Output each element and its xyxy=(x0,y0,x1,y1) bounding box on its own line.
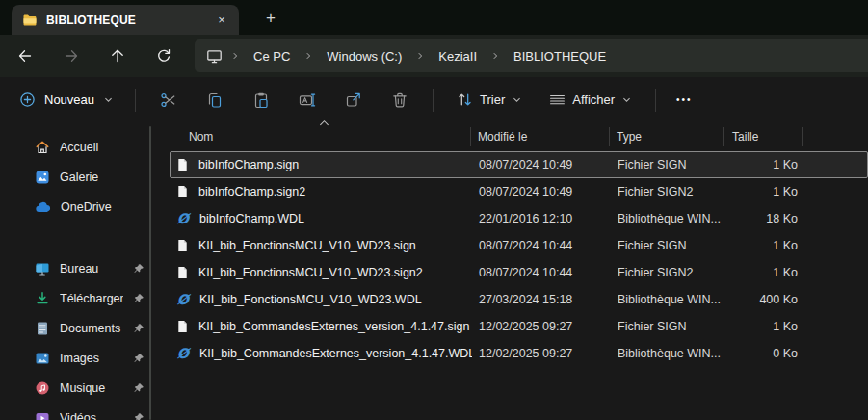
desktop-icon xyxy=(35,261,50,276)
file-row[interactable]: KII_bib_FonctionsMCU_V10_WD23.sign 08/07… xyxy=(170,232,868,259)
file-name: KII_bib_CommandesExternes_version_4.1.47… xyxy=(198,320,469,333)
file-row[interactable]: Ø KII_bib_CommandesExternes_version_4.1.… xyxy=(170,340,868,367)
breadcrumb-keziaii[interactable]: KeziaII xyxy=(433,46,483,66)
titlebar: BIBLIOTHEQUE × + xyxy=(0,0,868,35)
sidebar-item-galerie[interactable]: Galerie xyxy=(8,163,148,192)
breadcrumb-chevron-icon xyxy=(228,51,242,61)
view-lines-icon xyxy=(549,92,566,108)
sidebar-item-musique[interactable]: Musique xyxy=(8,374,148,403)
copy-button[interactable] xyxy=(196,84,234,117)
sidebar-item-images[interactable]: Images xyxy=(8,344,148,373)
trash-icon xyxy=(391,92,408,109)
column-header-type[interactable]: Type xyxy=(610,127,724,146)
download-icon xyxy=(35,291,50,306)
sidebar-item-bureau[interactable]: Bureau xyxy=(8,254,148,283)
sort-button[interactable]: Trier xyxy=(447,84,532,117)
breadcrumb-bibliotheque[interactable]: BIBLIOTHEQUE xyxy=(508,46,612,66)
file-modified: 27/03/2024 15:18 xyxy=(472,293,611,306)
add-tab-button[interactable]: + xyxy=(258,6,283,31)
pin-icon xyxy=(133,323,145,334)
delete-button[interactable] xyxy=(381,84,419,117)
sidebar-item-documents[interactable]: Documents xyxy=(8,314,148,343)
sign-file-icon xyxy=(175,157,190,172)
address-bar[interactable]: Ce PC Windows (C:) KeziaII BIBLIOTHEQUE xyxy=(195,39,868,72)
command-toolbar: Nouveau xyxy=(0,77,868,122)
sidebar-item-accueil[interactable]: Accueil xyxy=(8,133,148,162)
toolbar-divider xyxy=(433,89,434,112)
file-row[interactable]: bibInfoChamp.sign 08/07/2024 10:49 Fichi… xyxy=(170,151,868,178)
wdl-library-icon: Ø xyxy=(175,346,191,361)
sidebar-item-videos[interactable]: Vidéos xyxy=(8,404,148,420)
file-size: 1 Ko xyxy=(725,320,804,333)
file-type: Fichier SIGN xyxy=(611,158,725,171)
forward-button[interactable] xyxy=(54,41,89,70)
sidebar-scrollbar[interactable] xyxy=(149,126,151,420)
home-icon xyxy=(35,140,50,155)
close-tab-icon[interactable]: × xyxy=(210,10,233,31)
more-options-button[interactable]: ••• xyxy=(666,84,702,117)
chevron-down-icon xyxy=(103,94,114,105)
sidebar-label: Images xyxy=(60,352,123,365)
sort-button-label: Trier xyxy=(480,92,505,107)
file-type: Fichier SIGN2 xyxy=(611,185,725,198)
pin-icon xyxy=(133,382,145,394)
video-icon xyxy=(35,410,50,420)
breadcrumb-chevron-icon xyxy=(488,51,502,61)
copy-icon xyxy=(206,92,224,109)
pin-icon xyxy=(133,293,145,304)
up-button[interactable] xyxy=(100,41,135,70)
column-headers: Nom Modifié le Type Taille xyxy=(170,122,868,151)
tab-title: BIBLIOTHEQUE xyxy=(46,13,201,27)
column-header-modifie[interactable]: Modifié le xyxy=(471,127,610,146)
file-name: bibInfoChamp.sign xyxy=(198,158,299,171)
file-type: Fichier SIGN xyxy=(611,320,725,333)
sidebar-label: Bureau xyxy=(60,262,123,276)
file-modified: 08/07/2024 10:49 xyxy=(472,185,611,198)
back-button[interactable] xyxy=(8,41,42,70)
pin-icon xyxy=(133,263,145,275)
sign-file-icon xyxy=(175,184,190,199)
file-name: KII_bib_CommandesExternes_version_4.1.47… xyxy=(199,347,472,360)
forward-arrow-icon xyxy=(64,48,79,64)
chevron-down-icon xyxy=(512,94,522,105)
sort-arrows-icon xyxy=(457,92,473,108)
view-button[interactable]: Afficher xyxy=(539,84,642,117)
file-size: 18 Ko xyxy=(725,212,804,225)
breadcrumb-windows-c[interactable]: Windows (C:) xyxy=(321,46,408,66)
pin-icon xyxy=(133,412,145,420)
clipboard-icon xyxy=(252,92,270,109)
file-type: Bibliothèque WIN... xyxy=(611,347,725,360)
refresh-button[interactable] xyxy=(146,41,181,70)
column-header-taille[interactable]: Taille xyxy=(724,127,803,146)
sign-file-icon xyxy=(175,238,190,253)
file-row[interactable]: KII_bib_CommandesExternes_version_4.1.47… xyxy=(170,313,868,340)
file-row[interactable]: bibInfoChamp.sign2 08/07/2024 10:49 Fich… xyxy=(170,178,868,205)
rename-button[interactable] xyxy=(288,84,327,117)
image-icon xyxy=(35,351,50,366)
share-button[interactable] xyxy=(334,84,373,117)
file-modified: 08/07/2024 10:44 xyxy=(472,239,611,252)
sidebar-item-telechargements[interactable]: Téléchargements xyxy=(8,284,148,313)
sidebar-label: Téléchargements xyxy=(60,292,123,305)
onedrive-cloud-icon xyxy=(35,199,51,216)
explorer-tab[interactable]: BIBLIOTHEQUE × xyxy=(12,5,239,35)
toolbar-divider xyxy=(135,89,136,112)
new-button[interactable]: Nouveau xyxy=(8,84,125,117)
content-area: Accueil Galerie OneDrive xyxy=(0,122,868,420)
file-modified: 08/07/2024 10:49 xyxy=(472,158,611,171)
wdl-library-icon: Ø xyxy=(175,292,191,307)
cut-button[interactable] xyxy=(149,84,188,117)
sidebar-item-onedrive[interactable]: OneDrive xyxy=(8,193,148,222)
file-row[interactable]: Ø KII_bib_FonctionsMCU_V10_WD23.WDL 27/0… xyxy=(170,286,868,313)
file-type: Bibliothèque WIN... xyxy=(611,212,725,225)
breadcrumb-this-pc[interactable]: Ce PC xyxy=(248,46,296,66)
file-row[interactable]: Ø bibInfoChamp.WDL 22/01/2016 12:10 Bibl… xyxy=(170,205,868,232)
sidebar-label: Musique xyxy=(60,381,123,395)
navigation-bar: Ce PC Windows (C:) KeziaII BIBLIOTHEQUE xyxy=(0,35,868,77)
rename-icon xyxy=(299,92,316,109)
scissors-icon xyxy=(160,92,177,109)
paste-button[interactable] xyxy=(242,84,280,117)
file-row[interactable]: KII_bib_FonctionsMCU_V10_WD23.sign2 08/0… xyxy=(170,259,868,286)
column-header-nom[interactable]: Nom xyxy=(170,127,471,146)
file-size: 1 Ko xyxy=(725,239,804,252)
